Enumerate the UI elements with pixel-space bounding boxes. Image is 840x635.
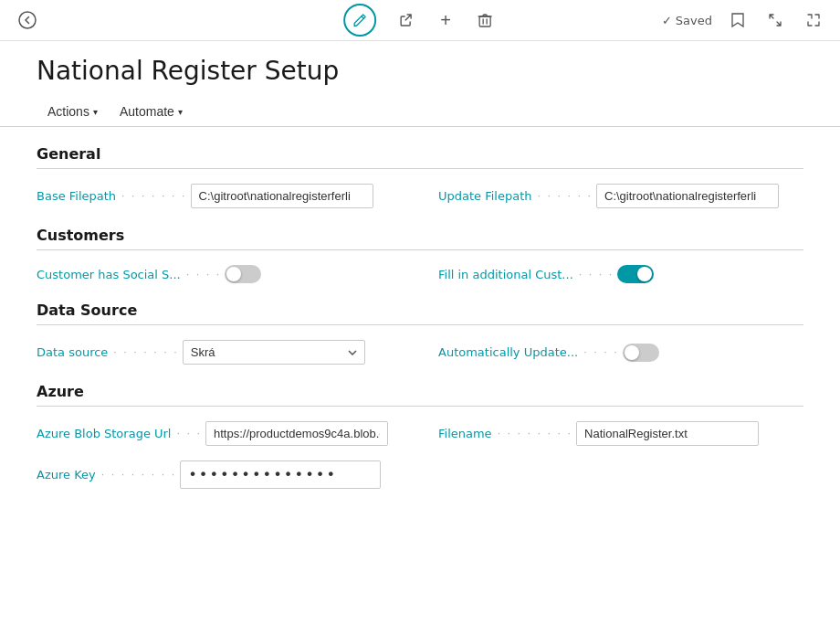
data-source-section-header: Data Source [37, 302, 803, 325]
customers-section-header: Customers [37, 227, 803, 250]
share-button[interactable] [394, 8, 418, 32]
customer-social-toggle-thumb [226, 267, 241, 281]
customers-section: Customers Customer has Social S... · · ·… [37, 227, 803, 283]
azure-row2: Azure Key · · · · · · · · [37, 460, 803, 489]
general-fields-row: Base Filepath · · · · · · · Update Filep… [37, 184, 803, 208]
expand-button[interactable] [763, 8, 787, 32]
fill-additional-dots: · · · · [579, 269, 614, 280]
data-source-section: Data Source Data source · · · · · · · Sk… [37, 302, 803, 365]
update-filepath-group: Update Filepath · · · · · · [438, 184, 803, 208]
update-filepath-dots: · · · · · · [538, 190, 593, 202]
content-area: General Base Filepath · · · · · · · Upda… [0, 127, 840, 522]
customer-social-label: Customer has Social S... · · · · [37, 268, 225, 281]
svg-rect-1 [479, 16, 490, 26]
azure-key-group: Azure Key · · · · · · · · [37, 460, 803, 489]
actions-label: Actions [47, 104, 89, 119]
customer-social-dots: · · · · [186, 269, 221, 280]
base-filepath-group: Base Filepath · · · · · · · [37, 184, 402, 208]
auto-update-toggle-thumb [625, 345, 639, 360]
fill-additional-toggle-track [617, 265, 654, 283]
saved-label: Saved [676, 14, 712, 27]
azure-key-dots: · · · · · · · · [101, 469, 176, 481]
toolbar-right: ✓ Saved [662, 8, 825, 32]
fill-additional-toggle-thumb [637, 267, 652, 281]
blob-storage-input[interactable] [205, 421, 388, 446]
filename-dots: · · · · · · · · [498, 428, 572, 439]
actions-chevron-icon: ▾ [93, 107, 98, 117]
data-source-select[interactable]: Skrá Azure API [183, 340, 365, 365]
update-filepath-label: Update Filepath · · · · · · [438, 189, 596, 203]
edit-button[interactable] [343, 4, 376, 37]
filename-input[interactable] [576, 421, 759, 446]
back-button[interactable] [15, 7, 40, 33]
auto-update-toggle-track [623, 344, 659, 362]
azure-section-header: Azure [37, 383, 803, 407]
azure-key-label: Azure Key · · · · · · · · [37, 468, 180, 482]
general-section-header: General [37, 145, 803, 169]
actions-menu-button[interactable]: Actions ▾ [37, 97, 109, 126]
svg-point-0 [19, 12, 36, 28]
page-title-area: National Register Setup [0, 41, 840, 93]
automate-chevron-icon: ▾ [178, 107, 183, 117]
data-source-label: Data source · · · · · · · [37, 345, 183, 359]
fullscreen-button[interactable] [802, 8, 825, 32]
saved-indicator: ✓ Saved [662, 14, 712, 27]
update-filepath-input[interactable] [596, 184, 779, 208]
base-filepath-dots: · · · · · · · [121, 190, 186, 202]
customer-social-toggle[interactable] [225, 265, 261, 283]
delete-button[interactable] [473, 8, 497, 32]
auto-update-toggle[interactable] [623, 344, 659, 362]
filename-label: Filename · · · · · · · · [438, 427, 576, 440]
auto-update-group: Automatically Update... · · · · [438, 344, 803, 362]
auto-update-dots: · · · · [583, 346, 618, 358]
filename-group: Filename · · · · · · · · [438, 421, 803, 446]
fill-additional-group: Fill in additional Cust... · · · · [438, 265, 803, 283]
bookmark-button[interactable] [727, 8, 749, 32]
auto-update-label: Automatically Update... · · · · [438, 345, 623, 359]
toolbar: + ✓ Saved [0, 0, 840, 41]
actions-bar: Actions ▾ Automate ▾ [0, 93, 840, 127]
data-source-dots: · · · · · · · [113, 346, 178, 358]
base-filepath-label: Base Filepath · · · · · · · [37, 189, 191, 203]
base-filepath-input[interactable] [191, 184, 373, 208]
checkmark-icon: ✓ [662, 14, 672, 27]
azure-key-input[interactable] [180, 460, 381, 489]
azure-row1: Azure Blob Storage Url · · · Filename · … [37, 421, 803, 446]
automate-label: Automate [120, 104, 174, 119]
toolbar-center-actions: + [343, 4, 497, 37]
page-title: National Register Setup [37, 56, 803, 86]
azure-section: Azure Azure Blob Storage Url · · · Filen… [37, 383, 803, 489]
automate-menu-button[interactable]: Automate ▾ [109, 97, 194, 126]
general-section: General Base Filepath · · · · · · · Upda… [37, 145, 803, 208]
blob-storage-label: Azure Blob Storage Url · · · [37, 427, 205, 440]
blob-storage-group: Azure Blob Storage Url · · · [37, 421, 402, 446]
customers-fields-row: Customer has Social S... · · · · Fill in… [37, 265, 803, 283]
fill-additional-label: Fill in additional Cust... · · · · [438, 268, 617, 281]
data-source-fields-row: Data source · · · · · · · Skrá Azure API… [37, 340, 803, 365]
blob-storage-dots: · · · [176, 428, 201, 439]
customer-social-group: Customer has Social S... · · · · [37, 265, 402, 283]
add-button[interactable]: + [436, 7, 455, 33]
customer-social-toggle-track [225, 265, 261, 283]
fill-additional-toggle[interactable] [617, 265, 654, 283]
data-source-group: Data source · · · · · · · Skrá Azure API [37, 340, 402, 365]
